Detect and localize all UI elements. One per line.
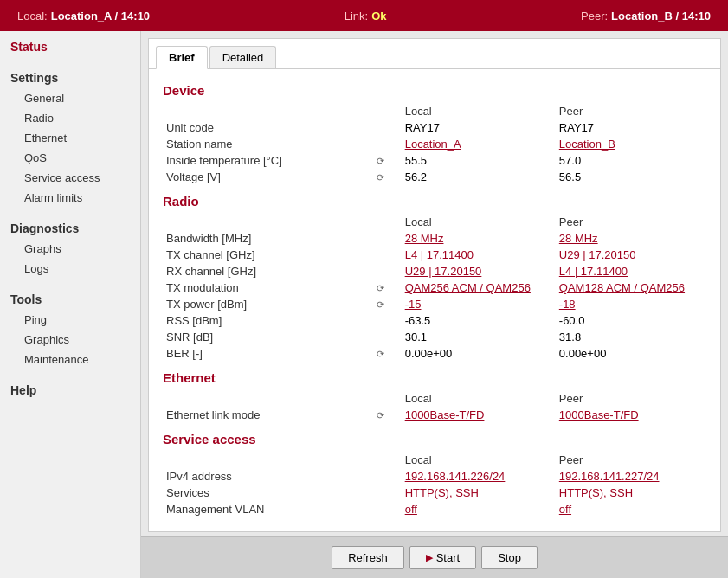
temp-local: 55.5 xyxy=(398,152,552,169)
tx-power-peer[interactable]: -18 xyxy=(552,296,706,312)
bandwidth-local[interactable]: 28 MHz xyxy=(398,230,552,247)
link-info: Link: Ok xyxy=(345,10,387,22)
unit-code-local: RAY17 xyxy=(398,119,552,136)
temp-label: Inside temperature [°C] xyxy=(163,152,375,169)
ethernet-table: Local Peer Ethernet link mode ⟳ 1000Base… xyxy=(163,390,706,423)
table-row: Ethernet link mode ⟳ 1000Base-T/FD 1000B… xyxy=(163,407,706,423)
peer-info: Peer: Location_B / 14:10 xyxy=(581,10,711,22)
ethernet-header-row: Local Peer xyxy=(163,390,706,407)
station-name-label: Station name xyxy=(163,136,375,152)
temp-peer: 57.0 xyxy=(552,152,706,169)
ber-peer: 0.00e+00 xyxy=(552,345,706,362)
sa-col-local-header: Local xyxy=(398,452,552,468)
sidebar-item-qos[interactable]: QoS xyxy=(0,148,140,168)
table-row: IPv4 address 192.168.141.226/24 192.168.… xyxy=(163,468,706,485)
content-inner: Brief Detailed Device Local Peer xyxy=(141,31,728,536)
voltage-local: 56.2 xyxy=(398,169,552,185)
ber-local: 0.00e+00 xyxy=(398,345,552,362)
unit-code-label: Unit code xyxy=(163,119,375,136)
table-row: SNR [dB] 30.1 31.8 xyxy=(163,329,706,345)
peer-label: Peer: xyxy=(581,10,608,22)
voltage-peer: 56.5 xyxy=(552,169,706,185)
sidebar-item-alarm-limits[interactable]: Alarm limits xyxy=(0,188,140,208)
sidebar-section-tools: Tools Ping Graphics Maintenance xyxy=(0,284,140,375)
sidebar-item-graphics[interactable]: Graphics xyxy=(0,330,140,350)
sidebar-item-maintenance[interactable]: Maintenance xyxy=(0,350,140,369)
sa-header-row: Local Peer xyxy=(163,452,706,468)
sidebar-item-radio[interactable]: Radio xyxy=(0,108,140,128)
sidebar-item-ping[interactable]: Ping xyxy=(0,310,140,330)
local-label: Local: xyxy=(17,10,48,22)
tx-power-label: TX power [dBm] xyxy=(163,296,375,312)
rx-channel-local[interactable]: U29 | 17.20150 xyxy=(398,263,552,279)
sidebar-item-general[interactable]: General xyxy=(0,88,140,108)
services-local[interactable]: HTTP(S), SSH xyxy=(398,485,552,501)
bandwidth-peer[interactable]: 28 MHz xyxy=(552,230,706,247)
eth-link-mode-local[interactable]: 1000Base-T/FD xyxy=(398,407,552,423)
content-area: Brief Detailed Device Local Peer xyxy=(141,31,728,578)
app-layout: Local: Location_A / 14:10 Link: Ok Peer:… xyxy=(0,0,728,578)
device-col-local-header: Local xyxy=(398,103,552,119)
sidebar-item-ethernet[interactable]: Ethernet xyxy=(0,128,140,148)
radio-table: Local Peer Bandwidth [MHz] 28 MHz 28 MHz… xyxy=(163,214,706,362)
sidebar-section-settings: Settings General Radio Ethernet QoS Serv… xyxy=(0,62,140,213)
tx-modulation-peer[interactable]: QAM128 ACM / QAM256 xyxy=(552,279,706,296)
tx-channel-peer[interactable]: U29 | 17.20150 xyxy=(552,247,706,263)
tx-channel-local[interactable]: L4 | 17.11400 xyxy=(398,247,552,263)
start-button[interactable]: ▶ Start xyxy=(409,546,476,569)
station-name-local[interactable]: Location_A xyxy=(398,136,552,152)
sync-icon: ⟳ xyxy=(377,349,384,360)
sidebar-item-logs[interactable]: Logs xyxy=(0,259,140,279)
sidebar-section-help: Help xyxy=(0,375,140,406)
sidebar-section-status: Status xyxy=(0,31,140,62)
sync-icon: ⟳ xyxy=(377,299,384,311)
radio-col-local-header: Local xyxy=(398,214,552,230)
start-label: Start xyxy=(436,551,460,564)
sidebar-item-service-access[interactable]: Service access xyxy=(0,168,140,188)
tx-power-local[interactable]: -15 xyxy=(398,296,552,312)
sync-icon: ⟳ xyxy=(377,410,384,421)
ber-label: BER [-] xyxy=(163,345,375,362)
eth-link-mode-peer[interactable]: 1000Base-T/FD xyxy=(552,407,706,423)
sidebar-title-diagnostics[interactable]: Diagnostics xyxy=(0,218,140,239)
eth-col-local-header: Local xyxy=(398,390,552,407)
station-name-peer[interactable]: Location_B xyxy=(552,136,706,152)
refresh-button[interactable]: Refresh xyxy=(332,546,404,569)
ipv4-label: IPv4 address xyxy=(163,468,375,485)
sidebar-item-graphs[interactable]: Graphs xyxy=(0,239,140,259)
tab-brief[interactable]: Brief xyxy=(156,46,208,69)
table-row: TX channel [GHz] L4 | 17.11400 U29 | 17.… xyxy=(163,247,706,263)
tx-modulation-local[interactable]: QAM256 ACM / QAM256 xyxy=(398,279,552,296)
sidebar-title-status[interactable]: Status xyxy=(0,36,140,57)
tx-channel-label: TX channel [GHz] xyxy=(163,247,375,263)
device-header-row: Local Peer xyxy=(163,103,706,119)
stop-button[interactable]: Stop xyxy=(481,546,538,569)
snr-local: 30.1 xyxy=(398,329,552,345)
ipv4-local[interactable]: 192.168.141.226/24 xyxy=(398,468,552,485)
services-peer[interactable]: HTTP(S), SSH xyxy=(552,485,706,501)
table-row: TX power [dBm] ⟳ -15 -18 xyxy=(163,296,706,312)
mgmt-vlan-peer[interactable]: off xyxy=(552,501,706,517)
rx-channel-peer[interactable]: L4 | 17.11400 xyxy=(552,263,706,279)
voltage-label: Voltage [V] xyxy=(163,169,375,185)
ipv4-peer[interactable]: 192.168.141.227/24 xyxy=(552,468,706,485)
sidebar-title-settings[interactable]: Settings xyxy=(0,67,140,88)
sidebar-title-tools[interactable]: Tools xyxy=(0,289,140,310)
sync-icon: ⟳ xyxy=(377,156,384,167)
sidebar-title-help[interactable]: Help xyxy=(0,380,140,401)
device-col-label xyxy=(163,103,375,119)
table-row: Voltage [V] ⟳ 56.2 56.5 xyxy=(163,169,706,185)
eth-col-peer-header: Peer xyxy=(552,390,706,407)
tab-detailed[interactable]: Detailed xyxy=(209,46,277,68)
peer-value: Location_B / 14:10 xyxy=(611,10,711,22)
services-label: Services xyxy=(163,485,375,501)
table-row: TX modulation ⟳ QAM256 ACM / QAM256 QAM1… xyxy=(163,279,706,296)
device-table: Local Peer Unit code RAY17 RAY17 Station… xyxy=(163,103,706,185)
play-icon: ▶ xyxy=(426,552,433,563)
table-row: Services HTTP(S), SSH HTTP(S), SSH xyxy=(163,485,706,501)
link-label: Link: xyxy=(345,10,368,22)
rx-channel-label: RX channel [GHz] xyxy=(163,263,375,279)
service-access-section-header: Service access xyxy=(163,432,706,446)
main-panel: Brief Detailed Device Local Peer xyxy=(148,38,721,532)
mgmt-vlan-local[interactable]: off xyxy=(398,501,552,517)
